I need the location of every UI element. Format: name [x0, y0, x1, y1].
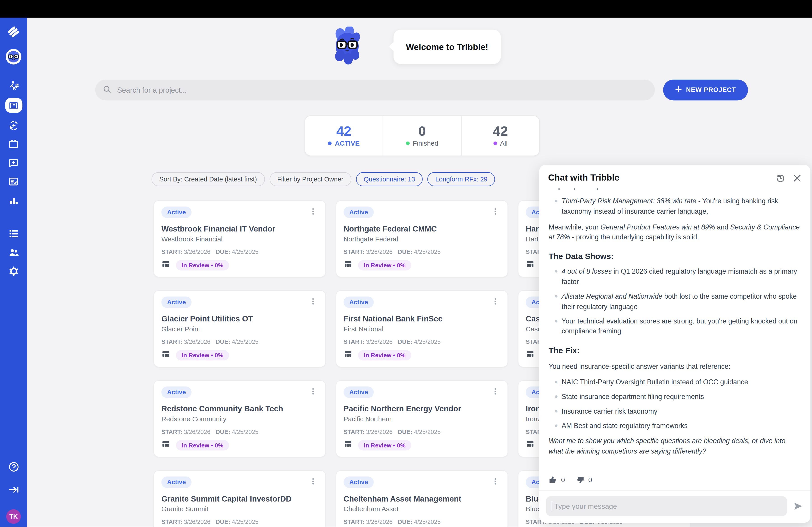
sync-icon[interactable] [7, 119, 20, 132]
project-company: Pacific Northern [344, 415, 500, 423]
kebab-menu-icon[interactable] [308, 297, 318, 308]
project-search[interactable] [95, 79, 655, 100]
table-icon [344, 260, 352, 270]
project-dates: START:3/26/2026DUE:4/25/2025 [161, 429, 318, 435]
user-avatar[interactable]: TK [6, 509, 21, 524]
screen: TK Welcome to Tribble! [0, 0, 812, 527]
welcome-bubble: Welcome to Tribble! [394, 30, 501, 64]
questionnaire-chip[interactable]: Questionnaire: 13 [356, 172, 423, 186]
project-title: First National Bank FinSec [344, 314, 500, 323]
status-badge: Active [344, 297, 374, 308]
project-dates: START:3/26/2026DUE:4/25/2025 [344, 519, 500, 525]
chat-bullet: NAIC Third-Party Oversight Bulletin inst… [555, 377, 801, 388]
project-card[interactable]: Active Glacier Point Utilities OT Glacie… [154, 290, 326, 367]
stat-all-value: 42 [493, 124, 508, 138]
chat-bullet: Allstate Regional and Nationwide both lo… [555, 291, 801, 312]
project-card[interactable]: Active Redstone Community Bank Tech Reds… [154, 380, 326, 457]
handoff-icon[interactable] [7, 79, 20, 92]
settings-gear-icon[interactable] [7, 265, 20, 277]
search-icon [103, 85, 112, 95]
longform-chip[interactable]: Longform RFx: 29 [427, 172, 495, 186]
project-title: Glacier Point Utilities OT [161, 314, 318, 323]
help-icon[interactable] [7, 460, 20, 473]
sort-chip[interactable]: Sort By: Created Date (latest first) [151, 172, 265, 186]
chat-closing-question: Want me to show you which specific quest… [549, 436, 801, 457]
stat-active[interactable]: 42 ACTIVE [305, 116, 383, 155]
project-card[interactable]: Active Pacific Northern Energy Vendor Pa… [336, 380, 508, 457]
search-input[interactable] [116, 85, 648, 95]
project-title: Northgate Federal CMMC [344, 224, 500, 233]
calendar-icon[interactable] [7, 138, 20, 150]
kebab-menu-icon[interactable] [490, 477, 500, 488]
kebab-menu-icon[interactable] [490, 207, 500, 219]
project-title: Westbrook Financial IT Vendor [161, 224, 318, 233]
chat-sparkle-icon[interactable] [7, 157, 20, 169]
chat-header: Chat with Tribble [539, 165, 810, 187]
sidebar: TK [0, 18, 27, 527]
all-dot [493, 141, 497, 145]
exit-logout-icon[interactable] [7, 483, 20, 496]
kebab-menu-icon[interactable] [490, 297, 500, 308]
tasks-checklist-icon[interactable] [7, 175, 20, 188]
send-icon[interactable] [792, 500, 804, 512]
project-title: Cheltenham Asset Management [344, 494, 500, 503]
chat-title: Chat with Tribble [548, 173, 768, 183]
project-dates: START:3/26/2026DUE:4/25/2025 [161, 519, 318, 525]
project-dates: START:3/26/2026DUE:4/25/2025 [344, 249, 500, 255]
analytics-bars-icon[interactable] [7, 194, 20, 207]
status-badge: Active [344, 387, 374, 398]
sidebar-item-projects-active[interactable] [5, 98, 22, 113]
stat-active-label: ACTIVE [335, 139, 360, 147]
chat-heading-fix: The Fix: [549, 344, 801, 357]
new-project-label: NEW PROJECT [686, 86, 736, 93]
list-icon[interactable] [7, 227, 20, 240]
project-title: Redstone Community Bank Tech [161, 404, 318, 413]
project-company: First National [344, 325, 500, 333]
chat-input-row [539, 491, 810, 523]
table-icon [161, 350, 170, 360]
project-company: Glacier Point [161, 325, 318, 333]
chat-bullet: Third-Party Risk Management: 38% win rat… [555, 196, 801, 216]
chat-panel: Chat with Tribble Third-Party Risk Manag… [539, 165, 810, 523]
tribble-mascot-avatar[interactable] [6, 49, 21, 64]
kebab-menu-icon[interactable] [308, 207, 318, 219]
stat-all-label: All [500, 139, 508, 147]
project-card[interactable]: Active Westbrook Financial IT Vendor Wes… [154, 200, 326, 277]
thumbs-up-icon[interactable] [549, 476, 557, 484]
chat-bullet: 4 out of 8 losses in Q1 2026 cited regul… [555, 267, 801, 287]
chat-feedback-row: 0 0 [539, 473, 810, 491]
stat-finished-value: 0 [418, 124, 426, 138]
project-card[interactable]: Active First National Bank FinSec First … [336, 290, 508, 367]
project-card[interactable]: Active Granite Summit Capital InvestorDD… [154, 470, 326, 527]
progress-badge: In Review • 0% [176, 350, 229, 360]
owner-filter-chip[interactable]: Filter by Project Owner [269, 172, 351, 186]
progress-badge: In Review • 0% [176, 260, 229, 270]
chat-message-input[interactable] [553, 502, 781, 511]
stat-all[interactable]: 42 All [461, 116, 539, 155]
close-icon[interactable] [793, 174, 802, 182]
project-company: Northgate Federal [344, 235, 500, 243]
progress-badge: In Review • 0% [358, 440, 411, 450]
project-card[interactable]: Active Northgate Federal CMMC Northgate … [336, 200, 508, 277]
chat-bullet: State insurance department filing requir… [555, 392, 801, 402]
kebab-menu-icon[interactable] [490, 387, 500, 398]
chat-input-box[interactable] [546, 496, 787, 516]
stat-active-value: 42 [336, 124, 351, 138]
kebab-menu-icon[interactable] [308, 387, 318, 398]
status-badge: Active [344, 207, 374, 218]
new-project-button[interactable]: NEW PROJECT [663, 79, 748, 100]
status-badge: Active [161, 387, 191, 398]
active-dot [328, 141, 332, 145]
team-icon[interactable] [7, 246, 20, 258]
chat-paragraph: Meanwhile, your General Product Features… [549, 222, 801, 242]
stat-finished-label: Finished [413, 139, 438, 147]
filter-bar: Sort By: Created Date (latest first) Fil… [151, 172, 495, 186]
thumbs-down-icon[interactable] [576, 476, 585, 484]
kebab-menu-icon[interactable] [308, 477, 318, 488]
tribble-mascot-image [334, 27, 361, 65]
stat-finished[interactable]: 0 Finished [383, 116, 461, 155]
history-icon[interactable] [775, 173, 785, 183]
table-icon [526, 260, 535, 270]
table-icon [526, 439, 535, 450]
project-card[interactable]: Active Cheltenham Asset Management Chelt… [336, 470, 508, 527]
